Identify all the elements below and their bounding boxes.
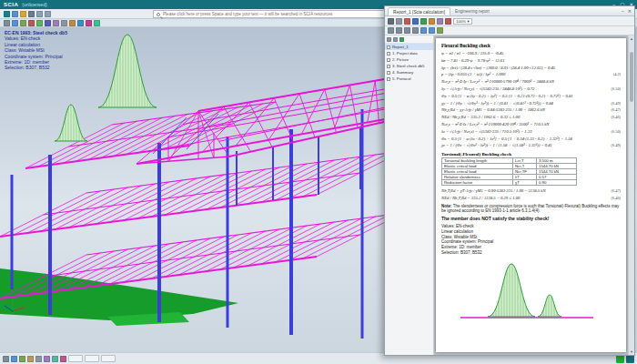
item-checkbox[interactable]: [387, 58, 390, 62]
report-window: Report_1 [Scia calculation] Engineering …: [384, 5, 635, 356]
search-input[interactable]: [163, 12, 388, 16]
item-checkbox[interactable]: [387, 71, 390, 75]
undo-icon[interactable]: [36, 11, 43, 17]
formula-line: χz = 1 / (Φz + √(Φz² - λz²)) = 1 / (1.58…: [441, 142, 621, 149]
search-icon: [157, 13, 160, 16]
filter-icon[interactable]: [35, 356, 42, 362]
single-page-icon[interactable]: [420, 27, 427, 34]
first-page-icon[interactable]: [388, 27, 394, 34]
formula-line: λy = √(A·fy / Ncr,y) = √(5383·235 / 2448…: [441, 86, 621, 93]
formula-line: Φy = 0.5·[1 + α·(λy - 0.2) + λy²] = 0.5·…: [441, 93, 621, 100]
results-icon[interactable]: [86, 20, 92, 26]
command-line-icon[interactable]: [3, 356, 9, 362]
ucs-icon[interactable]: [69, 20, 76, 26]
quick-access-icons: [4, 11, 51, 17]
navigator-item[interactable]: 1. Project data: [385, 50, 433, 56]
navigator-item[interactable]: 2. Picture: [385, 56, 433, 63]
scia-home-icon[interactable]: [4, 11, 10, 17]
note-paragraph: Note: The slenderness or compression for…: [441, 204, 621, 214]
two-pages-icon[interactable]: [429, 27, 435, 34]
save-icon[interactable]: [28, 11, 35, 17]
print-icon[interactable]: [388, 18, 394, 25]
prev-page-icon[interactable]: [396, 27, 402, 34]
formula-line: ρ = (λp - 0.055·(3 + ψ)) / λp² = 1.000 (…: [441, 71, 621, 78]
view-x-icon[interactable]: [28, 20, 35, 26]
result-diagram: [459, 258, 604, 325]
select-icon[interactable]: [4, 20, 10, 26]
table-row: Reduction factor χT 0.90: [442, 180, 577, 186]
section-heading: Flexural Buckling check: [441, 43, 621, 48]
export-pdf-icon[interactable]: [404, 18, 410, 25]
next-page-icon[interactable]: [404, 27, 410, 34]
note-label: Note:: [441, 204, 452, 208]
filter-settings-button[interactable]: [85, 355, 99, 362]
nav-collapse-icon[interactable]: [393, 37, 398, 42]
load-case-icon[interactable]: [77, 20, 84, 26]
navigator-item[interactable]: Report_1: [385, 44, 433, 50]
page-setup-icon[interactable]: [396, 18, 402, 25]
redo-icon[interactable]: [45, 11, 51, 17]
spotlight-search[interactable]: [153, 10, 391, 18]
grid-icon[interactable]: [61, 20, 67, 26]
formula-line: Nb,y,Rd = χy·A·fy / γM1 = 0.84·5383·235 …: [441, 106, 621, 114]
scia-application-window: SCIA (unlicensed) – ▢ ✕ EC-EN 199: [0, 0, 637, 364]
layers-icon[interactable]: [20, 20, 26, 26]
scroll-down-arrow[interactable]: ▼: [629, 349, 634, 355]
view-z-icon[interactable]: [45, 20, 51, 26]
ortho-icon[interactable]: [27, 356, 34, 362]
grid-snap-icon[interactable]: [19, 356, 25, 362]
last-page-icon[interactable]: [412, 27, 419, 34]
formula-line: ψ = σ2 / σ1 = -106.9 / 235.0 = -0.45: [441, 50, 621, 57]
check-result-warning: The member does NOT satisfy the stabilit…: [441, 216, 621, 221]
nav-expand-icon[interactable]: [387, 37, 391, 42]
zoom-select[interactable]: 100% ▾: [453, 18, 472, 25]
item-checkbox[interactable]: [387, 65, 390, 68]
navigator-item[interactable]: 5. Protocol: [385, 76, 433, 82]
item-checkbox[interactable]: [387, 52, 390, 56]
layer-filter-icon[interactable]: [60, 356, 66, 362]
formula-line: NEd / Nb,y,Rd = 335.2 / 1062.6 = 0.32 ≤ …: [441, 114, 621, 121]
view-y-icon[interactable]: [36, 20, 43, 26]
formula-line: χy = 1 / (Φy + √(Φy² - λy²)) = 1 / (0.81…: [441, 100, 621, 107]
snap-settings-button[interactable]: [68, 355, 83, 362]
item-checkbox[interactable]: [387, 46, 390, 49]
export-doc-icon[interactable]: [412, 18, 419, 25]
formula-line: Φz = 0.5·[1 + α·(λz - 0.2) + λz²] = 0.5·…: [441, 136, 621, 143]
steel-check-icon[interactable]: [94, 20, 100, 26]
render-mode-icon[interactable]: [53, 20, 59, 26]
edit-template-icon[interactable]: [429, 18, 435, 25]
app-title-tag: (unlicensed): [22, 2, 46, 7]
report-tab[interactable]: Report_1 [Scia calculation]: [388, 7, 450, 15]
report-scrollbar[interactable]: ▲ ▼: [628, 35, 634, 355]
zoom-fit-icon[interactable]: [12, 20, 18, 26]
item-checkbox[interactable]: [387, 77, 390, 81]
note-text: The slenderness or compression force is …: [441, 204, 619, 214]
scrollbar-thumb[interactable]: [630, 52, 633, 102]
report-close-button[interactable]: ✕: [628, 8, 632, 14]
result-info-overlay: EC-EN 1993: Steel check db5 Values: EN-c…: [5, 30, 67, 71]
open-project-icon[interactable]: [20, 11, 26, 17]
refresh-report-icon[interactable]: [420, 18, 427, 25]
app-logo: SCIA: [4, 2, 18, 7]
fit-width-icon[interactable]: [437, 27, 443, 34]
navigator-toolbar: [385, 35, 433, 44]
report-toolbar-main: 100% ▾: [385, 16, 634, 26]
report-titlebar[interactable]: Report_1 [Scia calculation] Engineering …: [385, 6, 634, 16]
selection-mode-icon[interactable]: [44, 356, 50, 362]
insert-item-icon[interactable]: [437, 18, 443, 25]
buckling-check-table: Torsional buckling length Lcr,T 3.500 m …: [441, 157, 577, 186]
navigator-item[interactable]: 3. Steel check db5: [385, 63, 433, 69]
ucs-settings-button[interactable]: [101, 355, 116, 362]
formula-line: Ncr,z = π²·E·Iz / Lcr,z² = π²·210000·420…: [441, 121, 621, 128]
snap-mode-icon[interactable]: [11, 356, 17, 362]
nav-refresh-icon[interactable]: [399, 37, 404, 42]
report-navigator: Report_1 1. Project data 2. Picture 3. S…: [385, 35, 434, 355]
formula-line: NEd / Nb,T,Rd = 335.2 / 1138.5 = 0.29 ≤ …: [441, 195, 621, 202]
scroll-up-arrow[interactable]: ▲: [629, 35, 634, 42]
report-minimize-button[interactable]: –: [622, 8, 624, 14]
report-document-area[interactable]: Flexural Buckling check ψ = σ2 / σ1 = -1…: [434, 35, 628, 355]
activity-icon[interactable]: [52, 356, 58, 362]
navigator-item[interactable]: 4. Summary: [385, 69, 433, 76]
delete-item-icon[interactable]: [445, 18, 451, 25]
new-project-icon[interactable]: [12, 11, 18, 17]
